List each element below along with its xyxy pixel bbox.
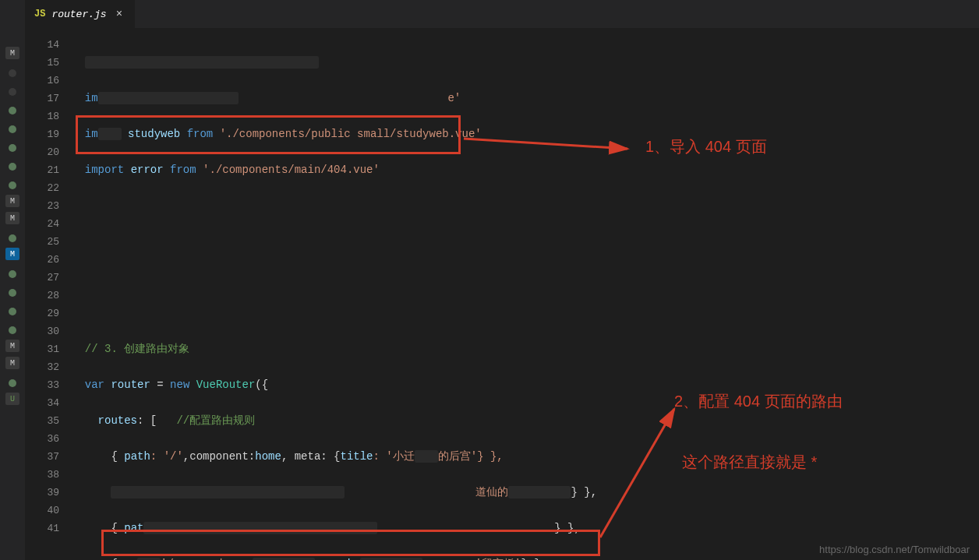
marker-dot	[9, 326, 16, 334]
code-line: im e'	[72, 90, 979, 107]
tab-router-js[interactable]: JS router.js ×	[25, 0, 136, 28]
code-area[interactable]: 14 15 16 17 18 19 20 21 22 23 24 25 26 2…	[25, 28, 979, 560]
activity-bar: M M M M M M U	[0, 0, 25, 560]
editor-area: JS router.js × 14 15 16 17 18 19 20 21 2…	[25, 0, 979, 560]
marker-dot	[9, 107, 16, 114]
code-line: 道仙的} },	[72, 484, 979, 502]
code-line: { path: '/',component:home, meta: {title…	[72, 448, 979, 466]
scm-badge: M	[5, 212, 19, 224]
scm-badge: M	[5, 47, 19, 59]
scm-badge: M	[5, 340, 19, 352]
code-line: { pat } },	[72, 519, 979, 537]
close-icon[interactable]: ×	[116, 8, 122, 20]
code-line	[72, 233, 979, 251]
scm-badge: M	[5, 195, 19, 207]
js-file-icon: JS	[34, 9, 45, 19]
tab-bar: JS router.js ×	[25, 0, 979, 28]
marker-dot	[9, 181, 16, 189]
scm-badge: M	[5, 357, 19, 369]
tab-title: router.js	[51, 9, 106, 20]
marker-dot	[9, 163, 16, 171]
code-line: // 3. 创建路由对象	[72, 340, 979, 358]
scm-badge-active: M	[5, 248, 19, 260]
code-line	[72, 54, 979, 72]
code-line	[72, 269, 979, 287]
code-line	[72, 305, 979, 322]
marker-dot	[9, 289, 16, 297]
marker-dot	[9, 234, 16, 242]
code-content[interactable]: im e' im studyweb from './components/pub…	[72, 28, 979, 560]
marker-dot	[9, 88, 16, 96]
code-line	[72, 197, 979, 215]
code-line: import error from './components/main/404…	[72, 161, 979, 179]
editor-root: M M M M M M U JS router.js × 14	[0, 0, 979, 560]
code-line: im studyweb from './components/public sm…	[72, 125, 979, 143]
code-line: var router = new VueRouter({	[72, 376, 979, 394]
scm-badge: U	[5, 393, 19, 405]
marker-dot	[9, 69, 16, 77]
line-gutter: 14 15 16 17 18 19 20 21 22 23 24 25 26 2…	[25, 28, 72, 560]
code-line: routes: [ //配置路由规则	[72, 412, 979, 430]
marker-dot	[9, 308, 16, 315]
marker-dot	[9, 144, 16, 152]
watermark: https://blog.csdn.net/Tomwildboar	[819, 544, 970, 555]
marker-dot	[9, 270, 16, 278]
code-line: { pa'/messagebou..ssagebo : '留言板'} },	[72, 555, 979, 560]
marker-dot	[9, 379, 16, 387]
marker-dot	[9, 125, 16, 133]
